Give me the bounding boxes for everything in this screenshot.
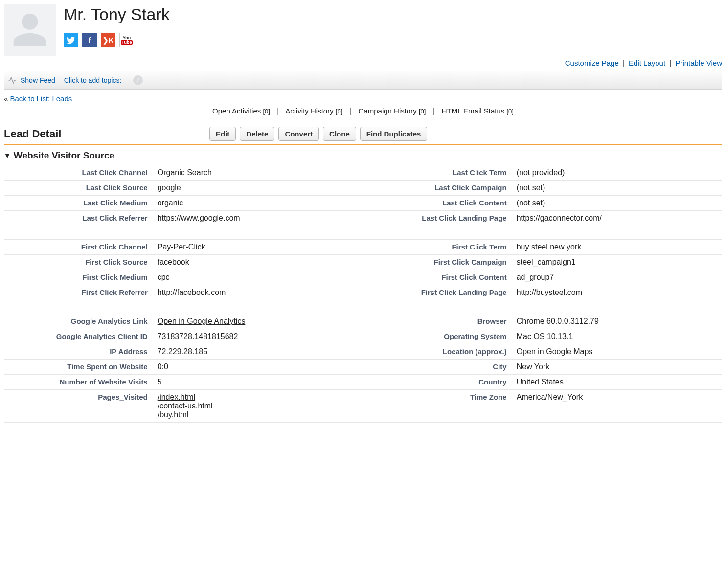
- table-row: Last Click Medium organic Last Click Con…: [4, 196, 722, 211]
- html-email-status-link[interactable]: HTML Email Status [0]: [442, 107, 514, 115]
- customize-page-link[interactable]: Customize Page: [565, 59, 619, 67]
- pulse-icon: [8, 76, 17, 85]
- youtube-icon[interactable]: You Tube: [119, 33, 134, 47]
- facebook-icon[interactable]: f: [82, 33, 97, 47]
- first-click-term-value: buy steel new york: [512, 240, 722, 255]
- visited-page-link[interactable]: /contact-us.html: [158, 402, 358, 410]
- back-to-list-link[interactable]: Back to List: Leads: [10, 94, 72, 103]
- twitter-icon[interactable]: [64, 33, 78, 47]
- city-value: New York: [512, 360, 722, 375]
- ip-value: 72.229.28.185: [153, 344, 363, 360]
- find-duplicates-button[interactable]: Find Duplicates: [360, 127, 428, 141]
- show-feed-button[interactable]: Show Feed: [8, 76, 55, 85]
- ga-client-id-value: 73183728.1481815682: [153, 329, 363, 344]
- table-row: First Click Referrer http://facebook.com…: [4, 285, 722, 300]
- browser-value: Chrome 60.0.0.3112.79: [512, 314, 722, 329]
- table-row: Last Click Channel Organic Search Last C…: [4, 165, 722, 181]
- delete-button[interactable]: Delete: [240, 127, 274, 141]
- last-click-channel-value: Organic Search: [153, 165, 363, 181]
- pages-visited-value: /index.html /contact-us.html /buy.html: [153, 390, 363, 423]
- visited-page-link[interactable]: /index.html: [158, 393, 358, 402]
- convert-button[interactable]: Convert: [278, 127, 319, 141]
- first-click-landing-value: http://buysteel.com: [512, 285, 722, 300]
- printable-view-link[interactable]: Printable View: [675, 59, 722, 67]
- add-topics-link[interactable]: Click to add topics:: [64, 76, 122, 84]
- table-row: Google Analytics Client ID 73183728.1481…: [4, 329, 722, 344]
- last-click-referrer-value: https://www.google.com: [153, 211, 363, 226]
- first-click-source-value: facebook: [153, 255, 363, 270]
- campaign-history-link[interactable]: Campaign History [0]: [359, 107, 426, 115]
- edit-button[interactable]: Edit: [209, 127, 236, 141]
- table-row: First Click Channel Pay-Per-Click First …: [4, 240, 722, 255]
- table-row: Number of Website Visits 5 Country Unite…: [4, 375, 722, 390]
- detail-title: Lead Detail: [4, 128, 209, 140]
- table-row: Last Click Source google Last Click Camp…: [4, 181, 722, 196]
- edit-layout-link[interactable]: Edit Layout: [629, 59, 665, 67]
- last-click-content-value: (not set): [512, 196, 722, 211]
- detail-fields-table: Last Click Channel Organic Search Last C…: [4, 165, 722, 423]
- first-click-content-value: ad_group7: [512, 270, 722, 285]
- first-click-medium-value: cpc: [153, 270, 363, 285]
- section-divider: [4, 144, 722, 145]
- visits-value: 5: [153, 375, 363, 390]
- avatar: [4, 4, 56, 56]
- feed-toolbar: Show Feed Click to add topics: i: [4, 71, 722, 90]
- related-lists-nav: Open Activities [0] | Activity History […: [4, 107, 722, 115]
- table-row: Pages_Visited /index.html /contact-us.ht…: [4, 390, 722, 423]
- disclosure-triangle-icon: ▼: [4, 152, 11, 159]
- table-row: Time Spent on Website 0:0 City New York: [4, 360, 722, 375]
- country-value: United States: [512, 375, 722, 390]
- page-action-links: Customize Page | Edit Layout | Printable…: [4, 59, 722, 67]
- last-click-medium-value: organic: [153, 196, 363, 211]
- clone-button[interactable]: Clone: [323, 127, 356, 141]
- first-click-campaign-value: steel_campaign1: [512, 255, 722, 270]
- person-icon: [10, 10, 49, 49]
- table-row: First Click Source facebook First Click …: [4, 255, 722, 270]
- section-header[interactable]: ▼ Website Visitor Source: [4, 148, 722, 165]
- open-activities-link[interactable]: Open Activities [0]: [212, 107, 270, 115]
- google-maps-link[interactable]: Open in Google Maps: [517, 347, 593, 356]
- lead-name: Mr. Tony Stark: [64, 5, 722, 24]
- first-click-channel-value: Pay-Per-Click: [153, 240, 363, 255]
- time-spent-value: 0:0: [153, 360, 363, 375]
- google-analytics-link[interactable]: Open in Google Analytics: [158, 317, 246, 325]
- activity-history-link[interactable]: Activity History [0]: [285, 107, 342, 115]
- last-click-landing-value: https://gaconnector.com/: [512, 211, 722, 226]
- table-row: Google Analytics Link Open in Google Ana…: [4, 314, 722, 329]
- last-click-campaign-value: (not set): [512, 181, 722, 196]
- first-click-referrer-value: http://facebook.com: [153, 285, 363, 300]
- info-icon[interactable]: i: [133, 75, 143, 85]
- last-click-term-value: (not provided): [512, 165, 722, 181]
- os-value: Mac OS 10.13.1: [512, 329, 722, 344]
- table-row: IP Address 72.229.28.185 Location (appro…: [4, 344, 722, 360]
- timezone-value: America/New_York: [512, 390, 722, 423]
- table-row: Last Click Referrer https://www.google.c…: [4, 211, 722, 226]
- table-row: First Click Medium cpc First Click Conte…: [4, 270, 722, 285]
- last-click-source-value: google: [153, 181, 363, 196]
- klout-icon[interactable]: ❯K: [101, 33, 115, 47]
- visited-page-link[interactable]: /buy.html: [158, 410, 358, 419]
